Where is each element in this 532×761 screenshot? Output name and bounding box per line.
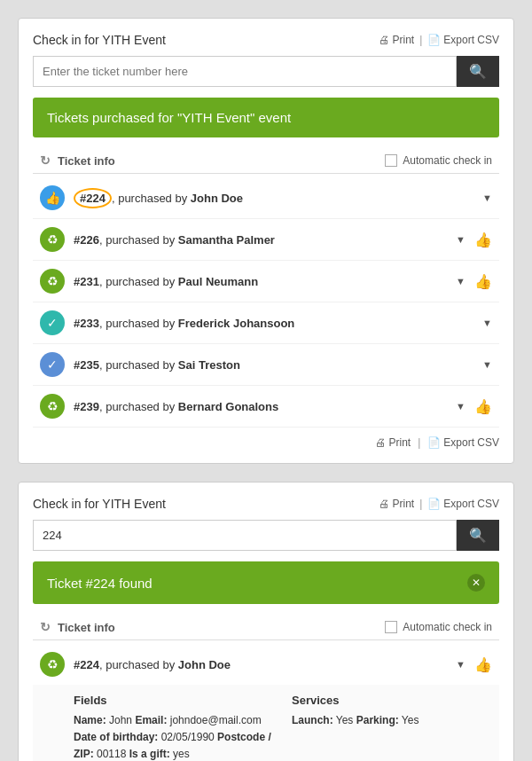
footer-links-1: 🖨 Print | 📄 Export CSV [33,436,499,449]
print-icon-2: 🖨 [379,498,389,510]
panel-1: Check in for YITH Event 🖨 Print | 📄 Expo… [18,18,514,464]
dropdown-4[interactable]: ▼ [482,318,492,328]
ticket-number-5: #235 [74,358,99,372]
thumb-icon-2[interactable]: 👍 [474,231,492,248]
ticket-number-3: #231 [74,275,99,288]
ticket-row-5: ✓ #235, purchased by Sai Treston ▼ [33,344,499,386]
refresh-icon-2: ↻ [40,620,51,634]
search-row-1: 🔍 [33,56,499,87]
export-icon-2: 📄 [427,498,441,510]
services-content: Launch: Yes Parking: Yes [292,712,492,729]
dropdown-5[interactable]: ▼ [482,359,492,370]
ticket-row-4: ✓ #233, purchased by Frederick Johansoon… [33,302,499,344]
buyer-3: Paul Neumann [178,275,258,288]
avatar-2: ♻ [40,227,65,252]
fields-col: Fields Name: John Email: johndoe@mail.co… [74,694,274,761]
avatar-3: ♻ [40,269,65,294]
avatar-5: ✓ [40,352,65,377]
search-input-1[interactable] [33,56,457,87]
export-icon-1: 📄 [427,34,441,46]
thumb-icon-6[interactable]: 👍 [474,398,492,415]
found-banner: Ticket #224 found ✕ [33,561,499,604]
banner-1: Tickets purchased for "YITH Event" event [33,98,499,137]
buyer-1: John Doe [191,192,243,205]
ticket-number-4: #233 [74,317,99,330]
buyer-5: Sai Treston [178,358,240,372]
footer-export-icon-1: 📄 [427,436,441,449]
panel-2-title: Check in for YITH Event [33,497,166,511]
panel-1-header: Check in for YITH Event 🖨 Print | 📄 Expo… [33,33,499,47]
header-links-2: 🖨 Print | 📄 Export CSV [379,498,499,510]
thumb-icon-3[interactable]: 👍 [474,273,492,290]
buyer-4: Frederick Johansoon [178,317,294,330]
dropdown-p2[interactable]: ▼ [456,659,466,670]
ticket-row-1: 👍 #224, purchased by John Doe ▼ [33,177,499,219]
search-button-1[interactable]: 🔍 [457,56,499,87]
detail-section: Fields Name: John Email: johndoe@mail.co… [33,685,499,761]
thumb-icon-p2[interactable]: 👍 [474,656,492,673]
dropdown-6[interactable]: ▼ [456,401,466,412]
panel-2: Check in for YITH Event 🖨 Print | 📄 Expo… [18,482,514,761]
buyer-2: Samantha Palmer [178,233,275,247]
avatar-p2: ♻ [40,652,65,677]
buyer-6: Bernard Gonalons [178,400,278,413]
panel-2-header: Check in for YITH Event 🖨 Print | 📄 Expo… [33,497,499,511]
auto-checkin-checkbox-1[interactable] [385,154,397,167]
close-banner-button[interactable]: ✕ [467,574,485,592]
table-header-2: ↻ Ticket info Automatic check in [33,615,499,640]
ticket-number-6: #239 [74,400,99,413]
buyer-p2: John Doe [178,658,231,671]
ticket-number-2: #226 [74,233,99,247]
export-link-2[interactable]: 📄 Export CSV [427,498,499,510]
ticket-row-p2: ♻ #224, purchased by John Doe ▼ 👍 [33,644,499,685]
print-link-2[interactable]: 🖨 Print [379,498,414,510]
search-button-2[interactable]: 🔍 [457,520,499,551]
ticket-row-3: ♻ #231, purchased by Paul Neumann ▼ 👍 [33,261,499,302]
fields-content: Name: John Email: johndoe@mail.com Date … [74,712,274,761]
avatar-6: ♻ [40,394,65,419]
dropdown-1[interactable]: ▼ [482,192,492,203]
panel-1-title: Check in for YITH Event [33,33,166,47]
refresh-icon-1: ↻ [40,153,51,168]
ticket-number-1: #224 [74,188,112,208]
header-links-1: 🖨 Print | 📄 Export CSV [379,34,499,46]
avatar-1: 👍 [40,185,65,210]
table-header-1: ↻ Ticket info Automatic check in [33,148,499,174]
dropdown-2[interactable]: ▼ [456,234,466,245]
ticket-row-2: ♻ #226, purchased by Samantha Palmer ▼ 👍 [33,219,499,261]
footer-print-1[interactable]: 🖨 Print [375,436,411,449]
footer-print-icon-1: 🖨 [375,436,386,449]
footer-export-1[interactable]: 📄 Export CSV [427,436,499,449]
dropdown-3[interactable]: ▼ [456,276,466,286]
avatar-4: ✓ [40,310,65,335]
print-icon-1: 🖨 [379,34,389,46]
ticket-number-p2: #224 [74,658,99,671]
ticket-row-6: ♻ #239, purchased by Bernard Gonalons ▼ … [33,386,499,428]
search-input-2[interactable] [33,520,457,551]
print-link-1[interactable]: 🖨 Print [379,34,414,46]
export-link-1[interactable]: 📄 Export CSV [427,34,499,46]
services-col: Services Launch: Yes Parking: Yes [292,694,492,761]
auto-checkin-checkbox-2[interactable] [385,621,397,633]
search-row-2: 🔍 [33,520,499,551]
